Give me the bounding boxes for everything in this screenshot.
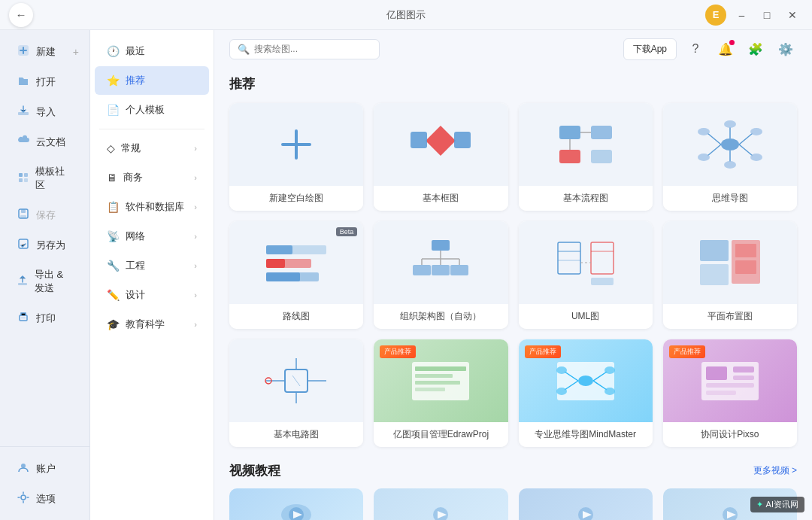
- template-card-basic-flow[interactable]: 基本流程图: [519, 103, 653, 211]
- search-box[interactable]: 🔍: [229, 39, 380, 59]
- minimize-btn[interactable]: ‒: [731, 5, 752, 26]
- settings-btn[interactable]: ⚙️: [774, 38, 797, 60]
- svg-rect-62: [700, 240, 729, 261]
- template-card-basic-frame[interactable]: 基本框图: [374, 103, 508, 211]
- template-label-circuit: 基本电路图: [229, 422, 363, 447]
- engineering-icon: 🔧: [107, 260, 120, 272]
- titlebar-back-btn[interactable]: ←: [9, 3, 33, 27]
- recommend-section-title: 推荐: [229, 75, 797, 93]
- svg-rect-22: [559, 150, 580, 163]
- sidebar-item-save[interactable]: 保存: [5, 200, 85, 230]
- engineering-chevron: ›: [194, 261, 197, 270]
- template-img-pixso: 产品推荐: [663, 339, 797, 422]
- template-card-circuit[interactable]: 基本电路图: [229, 339, 363, 447]
- svg-rect-2: [19, 173, 23, 177]
- video-card-1[interactable]: [229, 488, 363, 520]
- template-card-org-chart[interactable]: 组织架构图（自动）: [374, 221, 508, 329]
- nav-item-business[interactable]: 🖥 商务 ›: [95, 163, 209, 192]
- template-label-basic-flow: 基本流程图: [519, 186, 653, 211]
- nav-item-personal[interactable]: 📄 个人模板: [95, 96, 209, 124]
- sidebar-item-open[interactable]: 打开: [5, 67, 85, 96]
- nav-item-general[interactable]: ◇ 常规 ›: [95, 134, 209, 163]
- sidebar-item-new[interactable]: 新建 +: [5, 37, 85, 66]
- education-icon: 🎓: [107, 318, 120, 330]
- template-img-uml: [519, 221, 653, 304]
- sidebar-item-print[interactable]: 打印: [5, 303, 85, 333]
- svg-rect-52: [413, 265, 431, 275]
- svg-rect-75: [415, 366, 466, 371]
- nav-item-design[interactable]: ✏️ 设计 ›: [95, 281, 209, 309]
- svg-rect-43: [266, 245, 292, 254]
- sidebar-item-account[interactable]: 账户: [5, 454, 85, 483]
- notification-btn[interactable]: 🔔: [714, 38, 737, 60]
- sidebar-item-options[interactable]: 选项: [5, 484, 85, 513]
- template-card-mind-map[interactable]: 思维导图: [663, 103, 797, 211]
- nav-recommend-label: 推荐: [126, 74, 197, 87]
- template-img-basic-flow: [519, 103, 653, 186]
- maximize-btn[interactable]: □: [756, 5, 777, 26]
- video-card-3[interactable]: [519, 488, 653, 520]
- svg-rect-9: [19, 239, 28, 248]
- template-img-mind-map: [663, 103, 797, 186]
- close-btn[interactable]: ✕: [782, 5, 803, 26]
- svg-rect-94: [706, 391, 736, 395]
- share-btn[interactable]: 🧩: [744, 38, 767, 60]
- nav-item-software[interactable]: 📋 软件和数据库 ›: [95, 193, 209, 221]
- sidebar-community-label: 模板社区: [35, 165, 73, 192]
- svg-rect-3: [24, 173, 28, 177]
- nav-item-engineering[interactable]: 🔧 工程 ›: [95, 251, 209, 280]
- svg-rect-8: [20, 215, 26, 218]
- watermark-star: ✦: [756, 500, 763, 509]
- export-icon: [17, 275, 29, 289]
- video-section-title: 视频教程: [229, 462, 280, 479]
- sidebar-bottom: 账户 选项: [0, 446, 89, 514]
- watermark: ✦ AI资讯网: [750, 497, 804, 512]
- plus-icon: +: [73, 46, 79, 58]
- svg-rect-12: [21, 318, 26, 318]
- template-card-pixso[interactable]: 产品推荐 协同设计Pixso: [663, 339, 797, 447]
- sidebar-item-import[interactable]: 导入: [5, 97, 85, 126]
- nav-item-recent[interactable]: 🕐 最近: [95, 37, 209, 65]
- product-badge-pixso: 产品推荐: [669, 345, 705, 358]
- nav-item-network[interactable]: 📡 网络 ›: [95, 222, 209, 251]
- content-topbar: 🔍 下载App ? 🔔 🧩 ⚙️: [214, 30, 812, 68]
- template-card-uml[interactable]: UML图: [519, 221, 653, 329]
- search-input[interactable]: [254, 44, 371, 54]
- template-label-edrawproj: 亿图项目管理EdrawProj: [374, 422, 508, 447]
- sidebar-import-label: 导入: [36, 105, 56, 119]
- template-card-edrawproj[interactable]: 产品推荐 亿图项目管理EdrawProj: [374, 339, 508, 447]
- template-card-mindmaster[interactable]: 产品推荐: [519, 339, 653, 447]
- help-btn[interactable]: ?: [684, 38, 707, 60]
- svg-point-88: [604, 388, 615, 395]
- nav-item-recommend[interactable]: ⭐ 推荐: [95, 66, 209, 95]
- open-icon: [17, 75, 30, 89]
- template-img-new-blank: [229, 103, 363, 186]
- software-icon: 📋: [107, 201, 120, 213]
- sidebar-options-label: 选项: [36, 492, 56, 506]
- account-icon: [17, 461, 30, 476]
- sidebar-item-community[interactable]: 模板社区: [5, 157, 85, 199]
- template-card-route[interactable]: Beta 路线图: [229, 221, 363, 329]
- cloud-icon: [17, 135, 30, 149]
- svg-point-31: [698, 154, 710, 161]
- recent-icon: 🕐: [107, 45, 120, 57]
- video-card-2[interactable]: [374, 488, 508, 520]
- template-card-new-blank[interactable]: 新建空白绘图: [229, 103, 363, 211]
- user-avatar[interactable]: E: [705, 5, 726, 26]
- options-icon: [17, 491, 30, 506]
- svg-rect-76: [415, 374, 453, 378]
- sidebar-saveas-label: 另存为: [36, 239, 65, 252]
- sidebar-cloud-label: 云文档: [36, 135, 65, 149]
- sidebar-item-export[interactable]: 导出 & 发送: [5, 260, 85, 303]
- sidebar-item-saveas[interactable]: 另存为: [5, 230, 85, 260]
- app-title: 亿图图示: [386, 8, 426, 22]
- more-videos-link[interactable]: 更多视频 >: [753, 464, 797, 477]
- template-card-layout[interactable]: 平面布置图: [663, 221, 797, 329]
- download-app-btn[interactable]: 下载App: [623, 38, 677, 60]
- template-label-mind-map: 思维导图: [663, 186, 797, 211]
- nav-item-education[interactable]: 🎓 教育科学 ›: [95, 310, 209, 339]
- svg-point-39: [724, 161, 736, 169]
- template-img-route: Beta: [229, 221, 363, 304]
- svg-rect-23: [591, 150, 612, 163]
- sidebar-item-cloud[interactable]: 云文档: [5, 127, 85, 157]
